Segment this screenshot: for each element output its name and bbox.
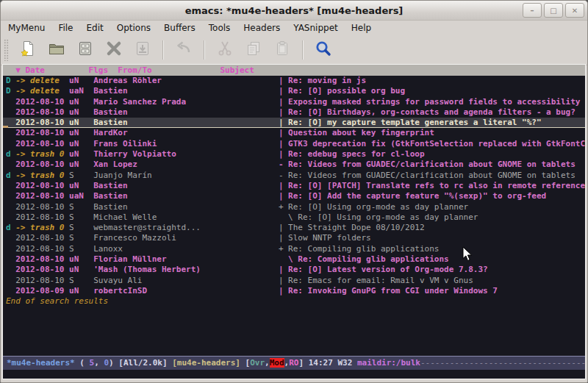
message-fields: S Michael Welle \ Re: [O] Using org-mode… [69,212,478,222]
toolbar-separator [302,40,304,60]
message-row[interactable]: D -> delete uaN Bastien | Re: [O] possib… [6,86,585,96]
menu-options[interactable]: Options [117,23,151,33]
message-row[interactable]: 2012-08-10 uN Bastien | Re: [O] [PATCH] … [6,181,585,191]
save-archive-button[interactable] [74,39,96,61]
message-row[interactable]: 2012-08-10 S Francesco Mazzoli | Slow NN… [6,233,585,243]
menu-mymenu[interactable]: MyMenu [8,23,45,33]
message-fields: uN Andreas Röhler | Re: moving in js [69,76,366,85]
cut-button[interactable] [214,39,236,61]
new-file-button[interactable] [17,39,39,61]
menu-headers[interactable]: Headers [243,23,280,33]
undo-button[interactable] [173,39,195,61]
headers-list: D -> delete uN Andreas Röhler | Re: movi… [3,76,585,356]
message-row[interactable]: 2012-08-10 uN Bastien | Re: [O] my captu… [3,118,585,128]
mark-target: -> delete [15,76,69,85]
mode-line-segment: , [265,358,270,368]
mark-target: -> trash 0 [15,223,69,232]
menu-file[interactable]: File [58,23,73,33]
message-row[interactable]: 2012-08-10 S Bastien + Re: [O] Using org… [6,202,585,212]
menu-yasnippet[interactable]: YASnippet [293,23,338,33]
save-down-button[interactable] [132,39,154,61]
message-row[interactable]: 2012-08-09 uN robertcInSD | Re: Invoking… [6,286,585,296]
mode-line-segment: [mu4e-headers] [172,358,240,368]
mark-char [6,212,15,222]
mark-char: D [6,86,15,96]
message-date: 2012-08-10 [15,97,69,107]
mark-char [6,139,15,148]
message-row[interactable]: 2012-08-10 uN 'Mash (Thomas Herbert) | R… [6,265,585,275]
mode-line-segment: maildir:/bulk [357,358,420,368]
window-controls: – □ ✕ [523,3,584,18]
mark-char: d [6,149,15,159]
message-row[interactable]: 2012-08-10 S Lanoxx + Re: Compiling glib… [6,244,585,254]
mark-char [6,286,15,296]
menu-tools[interactable]: Tools [209,23,231,33]
mode-line-segment: ( [75,358,90,368]
open-folder-button[interactable] [46,39,68,61]
mode-line-segment: Ovr [250,358,265,368]
message-row[interactable]: d -> trash 0 uN Thierry Volpiatto | Re: … [6,149,585,160]
message-row[interactable]: 2012-08-10 S Suvayu Ali | Re: Emacs for … [6,276,585,286]
mode-line[interactable]: *mu4e-headers* ( 5, 0) [All/2.0k] [mu4e-… [3,356,585,370]
search-button[interactable] [312,39,334,61]
message-fields: uN Bastien | Re: [O] Birthdays, org-cont… [69,107,576,117]
toolbar-separator [204,40,205,60]
headers-column-header: ▼ Date Flgs From/To Subject [3,65,585,76]
message-fields: S Juanjo Marín - Re: Videos from GUADEC/… [69,171,576,180]
message-date: 2012-08-10 [15,233,69,243]
message-row[interactable]: 2012-08-10 uN Bastien | Re: [O] Birthday… [6,107,585,118]
message-date: 2012-08-10 [15,244,69,254]
menu-buffers[interactable]: Buffers [164,23,196,33]
mark-char: d [6,171,15,180]
message-row[interactable]: d -> trash 0 S webmaster@straightd... | … [6,223,585,233]
toolbar-separator [162,40,164,60]
message-row[interactable]: 2012-08-10 uN Xan Lopez - Re: Videos fro… [6,160,585,170]
save-archive-icon [76,40,94,60]
message-fields: uN Bastien | Re: [O] my capture template… [69,118,541,127]
message-row[interactable]: D -> delete uN Andreas Röhler | Re: movi… [6,76,585,86]
mode-line-segment: *mu4e-headers* [7,358,75,368]
copy-icon [245,40,262,60]
message-row[interactable]: d -> trash 0 S Juanjo Marín - Re: Videos… [6,171,585,181]
emacs-frame: ▼ Date Flgs From/To Subject D -> delete … [2,64,586,379]
minimize-button[interactable]: – [523,3,542,18]
save-down-icon [134,40,151,60]
message-date: 2012-08-10 [15,265,69,274]
message-fields: S webmaster@straightd... | The Straight … [69,223,424,232]
message-date: 2012-08-10 [15,212,69,222]
echo-area[interactable] [3,370,585,379]
new-file-icon [19,40,37,60]
window-titlebar[interactable]: emacs: *mu4e-headers* [mu4e-headers] – □… [1,1,587,21]
tool-bar [1,35,587,65]
menu-help[interactable]: Help [351,23,371,33]
message-fields: uaN Bastien | Re: [O] Add the capture fe… [69,191,546,201]
mode-line-segment: [ [240,358,250,368]
cut-scissors-icon [216,40,234,60]
mode-line-segment: , [94,358,104,368]
paste-button[interactable] [271,39,293,61]
message-fields: uaN Bastien | Re: [O] possible org bug [69,86,405,96]
message-row[interactable]: 2012-08-10 uaN Bastien | Re: [O] Add the… [6,191,585,201]
message-row[interactable]: 2012-08-10 uN HardKor | Question about k… [6,128,585,138]
message-date: 2012-08-10 [15,160,69,169]
menu-edit[interactable]: Edit [87,23,104,33]
message-date: 2012-08-10 [15,191,69,201]
toolbar-drag-handle[interactable] [4,39,9,61]
message-row[interactable]: 2012-08-10 uN Florian Müllner \ Re: Comp… [6,254,585,265]
menu-bar: MyMenuFileEditOptionsBuffersToolsHeaders… [1,21,587,35]
message-fields: S Lanoxx + Re: Compiling glib applicatio… [69,244,439,254]
message-fields: uN HardKor | Question about key fingerpr… [69,128,434,137]
maximize-button[interactable]: □ [544,3,563,18]
close-button[interactable]: ✕ [565,3,584,18]
mark-char [6,265,15,274]
message-date: 2012-08-10 [15,128,69,137]
message-row[interactable]: 2012-08-10 uN Frans Oilinki | GTK3 depre… [6,139,585,149]
delete-button[interactable] [103,39,125,61]
copy-button[interactable] [243,39,265,61]
message-row[interactable]: 2012-08-10 S Michael Welle \ Re: [O] Usi… [6,212,585,223]
message-fields: S Bastien + Re: [O] Using org-mode as da… [69,202,468,212]
delete-x-icon [105,40,123,60]
mode-line-segment: ] 14:27 W32 [298,358,356,368]
mark-char: D [6,76,15,85]
message-row[interactable]: 2012-08-10 uN Mario Sanchez Prada | Expo… [6,97,585,107]
